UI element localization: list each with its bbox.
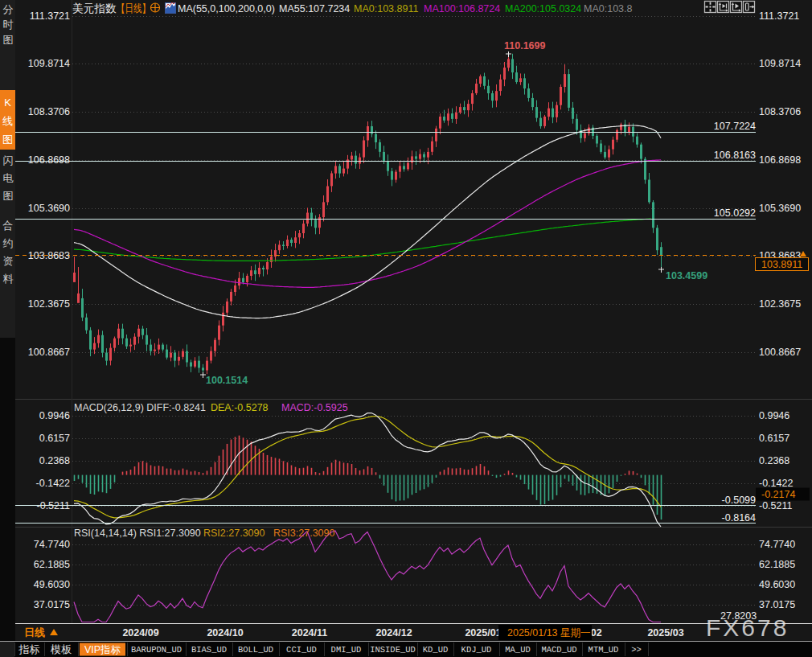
svg-text:料: 料	[3, 273, 14, 285]
svg-text:INSIDE_UD: INSIDE_UD	[370, 645, 416, 655]
svg-text:MA200:105.0324: MA200:105.0324	[505, 3, 581, 14]
svg-text:MTM_UD: MTM_UD	[588, 645, 619, 655]
svg-text:MACD:-0.5925: MACD:-0.5925	[281, 402, 348, 413]
svg-text:DEA:-0.5278: DEA:-0.5278	[211, 402, 269, 413]
svg-text:KDJ_UD: KDJ_UD	[461, 645, 492, 655]
svg-text:37.0175: 37.0175	[759, 599, 795, 610]
svg-text:49.6030: 49.6030	[34, 579, 70, 590]
svg-text:分: 分	[3, 3, 14, 15]
svg-text:105.0292: 105.0292	[714, 207, 756, 219]
svg-text:VIP指标: VIP指标	[84, 644, 121, 655]
svg-text:100.8667: 100.8667	[759, 347, 801, 358]
svg-text:106.8698: 106.8698	[28, 154, 70, 166]
svg-text:103.8683: 103.8683	[28, 250, 70, 261]
svg-text:110.1699: 110.1699	[504, 40, 545, 51]
svg-text:111.3721: 111.3721	[30, 10, 70, 22]
svg-text:74.7740: 74.7740	[759, 539, 795, 550]
svg-text:102.3675: 102.3675	[759, 298, 801, 310]
svg-text:-0.1422: -0.1422	[36, 478, 70, 489]
svg-text:0.6157: 0.6157	[759, 433, 789, 444]
svg-text:FX678: FX678	[706, 614, 789, 641]
svg-text:105.3690: 105.3690	[759, 203, 801, 214]
svg-text:-0.2174: -0.2174	[761, 489, 795, 500]
svg-text:2024/09: 2024/09	[122, 627, 158, 639]
svg-text:DMI_UD: DMI_UD	[331, 645, 362, 655]
svg-text:109.8714: 109.8714	[759, 58, 801, 69]
svg-text:106.8698: 106.8698	[759, 154, 801, 166]
svg-text:MA_UD: MA_UD	[505, 645, 531, 655]
svg-text:-0.8164: -0.8164	[722, 512, 756, 524]
svg-text:108.3706: 108.3706	[759, 106, 801, 117]
svg-text:图: 图	[3, 190, 14, 202]
svg-text:-0.5211: -0.5211	[759, 500, 793, 511]
svg-text:资: 资	[3, 255, 14, 267]
svg-text:111.3721: 111.3721	[759, 10, 799, 22]
svg-text:106.8163: 106.8163	[714, 150, 756, 161]
svg-text:62.1885: 62.1885	[34, 559, 70, 570]
svg-text:【日线】: 【日线】	[117, 2, 150, 14]
svg-text:2025/03: 2025/03	[647, 627, 683, 639]
svg-text:RSI2:27.3090: RSI2:27.3090	[203, 528, 265, 539]
svg-text:电: 电	[3, 172, 14, 184]
svg-text:合: 合	[3, 220, 14, 232]
svg-text:指标: 指标	[18, 643, 40, 655]
svg-text:-0.5211: -0.5211	[37, 500, 71, 511]
svg-text:-0.1422: -0.1422	[759, 478, 793, 489]
svg-text:2025/01/13 星期一: 2025/01/13 星期一	[507, 627, 591, 639]
svg-text:0.9946: 0.9946	[759, 410, 789, 421]
svg-text:时: 时	[3, 18, 14, 31]
svg-text:0.6157: 0.6157	[39, 433, 70, 444]
svg-text:BIAS_UD: BIAS_UD	[191, 645, 227, 655]
svg-text:49.6030: 49.6030	[759, 579, 795, 590]
svg-text:KD_UD: KD_UD	[423, 645, 449, 655]
svg-text:MA0:103.8: MA0:103.8	[584, 3, 633, 14]
svg-text:2024/10: 2024/10	[207, 627, 243, 639]
svg-text:图: 图	[2, 133, 13, 146]
svg-text:闪: 闪	[3, 154, 14, 166]
svg-text:2024/12: 2024/12	[375, 627, 412, 639]
svg-text:BOLL_UD: BOLL_UD	[238, 645, 273, 655]
svg-text:RSI(14,14,14) RSI1:27.3090: RSI(14,14,14) RSI1:27.3090	[74, 528, 201, 539]
svg-text:2025/01: 2025/01	[465, 627, 501, 639]
svg-text:MA100:106.8724: MA100:106.8724	[424, 3, 500, 14]
svg-text:0.2368: 0.2368	[39, 455, 70, 466]
svg-text:107.7224: 107.7224	[714, 121, 756, 132]
svg-text:-0.5099: -0.5099	[722, 495, 756, 506]
svg-text:CCI_UD: CCI_UD	[286, 645, 317, 655]
svg-text:约: 约	[3, 237, 14, 249]
svg-text:2024/11: 2024/11	[292, 627, 328, 639]
svg-text:108.3706: 108.3706	[28, 106, 70, 117]
svg-text:0.2368: 0.2368	[759, 455, 789, 466]
svg-text:美元指数: 美元指数	[72, 2, 117, 14]
svg-text:62.1885: 62.1885	[759, 559, 795, 570]
svg-text:103.4599: 103.4599	[666, 270, 707, 281]
svg-text:MA55:107.7234: MA55:107.7234	[279, 3, 350, 14]
svg-text:RSI3:27.3090: RSI3:27.3090	[273, 528, 334, 539]
svg-text:MA0:103.8911: MA0:103.8911	[354, 3, 418, 14]
svg-text:103.8911: 103.8911	[761, 259, 802, 270]
svg-text:105.3690: 105.3690	[28, 203, 70, 214]
svg-text:线: 线	[2, 115, 13, 127]
svg-text:K: K	[4, 96, 11, 109]
svg-text:109.8714: 109.8714	[28, 58, 70, 69]
svg-text:日线: 日线	[24, 626, 45, 639]
svg-text:>>: >>	[631, 645, 642, 655]
svg-text:0.9946: 0.9946	[39, 410, 70, 421]
svg-text:37.0175: 37.0175	[34, 599, 70, 610]
svg-text:MACD_UD: MACD_UD	[541, 645, 576, 655]
svg-text:74.7740: 74.7740	[34, 539, 70, 550]
svg-text:100.8667: 100.8667	[28, 347, 70, 358]
svg-text:BARUPDN_UD: BARUPDN_UD	[131, 645, 182, 655]
svg-text:100.1514: 100.1514	[206, 375, 248, 386]
svg-text:MACD(26,12,9) DIFF:-0.8241: MACD(26,12,9) DIFF:-0.8241	[74, 402, 206, 413]
svg-text:102.3675: 102.3675	[28, 298, 70, 310]
svg-text:MA(55,0,100,200,0,0): MA(55,0,100,200,0,0)	[178, 3, 275, 14]
svg-text:模板: 模板	[50, 643, 72, 655]
svg-text:图: 图	[3, 34, 14, 46]
